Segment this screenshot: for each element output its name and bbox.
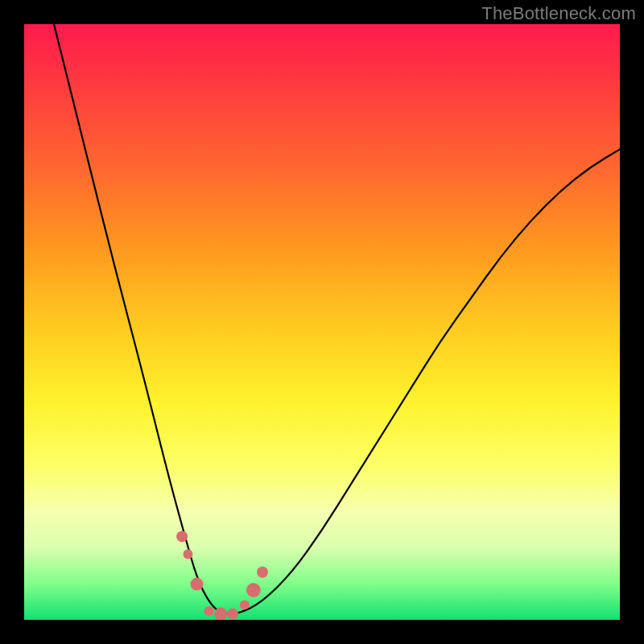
marker-dot — [204, 606, 213, 616]
bottleneck-curve-path — [54, 24, 620, 614]
chart-frame: TheBottleneck.com — [0, 0, 644, 644]
marker-dot — [257, 567, 268, 578]
marker-dot — [227, 609, 238, 620]
marker-dot — [246, 583, 261, 597]
chart-svg — [24, 24, 620, 620]
marker-dot — [214, 608, 227, 620]
plot-area — [24, 24, 620, 620]
marker-dot — [240, 601, 250, 610]
marker-dot — [191, 578, 204, 591]
marker-dot — [176, 530, 188, 542]
watermark-text: TheBottleneck.com — [481, 3, 636, 24]
marker-dot — [184, 550, 193, 559]
